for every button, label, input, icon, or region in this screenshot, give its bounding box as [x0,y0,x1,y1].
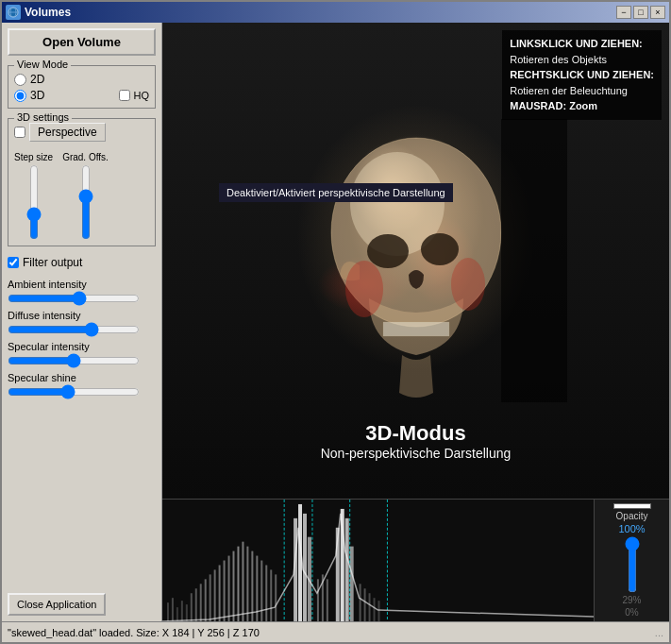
status-dots: ... [655,627,663,638]
svg-rect-12 [172,598,174,621]
svg-rect-20 [210,574,211,621]
opacity-label: Opacity [616,511,648,521]
svg-rect-50 [378,601,380,621]
main-window: Volumes − □ × Open Volume View Mode 2D 3… [0,0,671,644]
open-volume-button[interactable]: Open Volume [8,28,156,56]
viewport-label: 3D-Modus Non-perspektivische Darstellung [162,421,669,461]
radio-3d[interactable] [14,90,26,102]
svg-rect-14 [181,601,183,621]
svg-rect-18 [200,584,202,621]
left-panel: Open Volume View Mode 2D 3D HQ [2,23,162,621]
diffuse-row: Diffuse intensity [8,310,156,337]
svg-point-8 [451,258,485,311]
radio-2d[interactable] [14,74,26,86]
transfer-function-svg [162,500,594,621]
sliders-row: Step size Grad. Offs. [14,145,149,240]
svg-rect-49 [374,598,376,621]
svg-rect-17 [195,588,197,621]
instruction-line4: Rotieren der Beleuchtung [510,83,654,99]
maximize-button[interactable]: □ [633,6,648,19]
specular-slider[interactable] [8,353,140,368]
step-size-slider[interactable] [25,164,43,240]
diffuse-slider[interactable] [8,322,140,337]
radio-3d-row: 3D HQ [14,89,149,102]
instruction-line5: MAUSRAD: Zoom [510,98,654,114]
instruction-line2: Rotieren des Objekts [510,52,654,68]
opacity-slider[interactable] [623,536,642,593]
radio-2d-label: 2D [30,73,44,86]
svg-rect-46 [360,584,361,621]
view-mode-group: View Mode 2D 3D HQ [8,65,156,109]
svg-rect-34 [275,574,277,621]
diffuse-label: Diffuse intensity [8,310,156,321]
view-mode-label: View Mode [14,59,71,70]
svg-rect-31 [260,561,262,622]
specular-label: Specular intensity [8,341,156,352]
perspective-button[interactable]: Perspective [29,123,106,142]
svg-rect-27 [242,542,243,621]
svg-rect-23 [224,561,226,622]
svg-point-5 [367,234,409,268]
instruction-line1: LINKSKLICK UND ZIEHEN: [510,36,654,52]
svg-rect-25 [233,551,235,621]
viewport[interactable]: LINKSKLICK UND ZIEHEN: Rotieren des Obje… [162,23,669,499]
mode-sub: Non-perspektivische Darstellung [162,446,669,461]
status-text: "skewed_head.dat" loaded. Size: X 184 | … [8,627,260,638]
titlebar: Volumes − □ × [2,2,669,23]
svg-rect-44 [345,518,349,621]
svg-rect-13 [176,607,178,621]
step-size-label: Step size [14,152,53,162]
minimize-button[interactable]: − [616,6,631,19]
right-panel: LINKSKLICK UND ZIEHEN: Rotieren des Obje… [162,23,669,621]
hq-checkbox[interactable] [119,90,130,101]
hq-label: HQ [134,90,150,101]
statusbar: "skewed_head.dat" loaded. Size: X 184 | … [2,621,669,642]
close-application-button[interactable]: Close Application [8,593,106,616]
skull-svg [265,119,567,402]
svg-rect-47 [364,588,366,621]
svg-rect-26 [237,547,239,621]
grad-offs-col: Grad. Offs. [62,152,109,240]
svg-rect-9 [501,119,567,402]
grad-offs-slider[interactable] [76,164,95,240]
settings-3d-group: 3D settings Perspective Step size Grad. … [8,118,156,246]
svg-rect-41 [327,579,328,621]
transfer-canvas[interactable] [162,500,594,621]
opacity-100: 100% [618,523,645,534]
filter-output-row: Filter output [8,256,156,269]
transfer-panel: Opacity 100% 29% 0% [162,499,669,621]
opacity-29: 29% [622,595,641,605]
window-title: Volumes [25,6,616,19]
svg-point-6 [421,233,459,265]
close-window-button[interactable]: × [650,6,665,19]
perspective-checkbox[interactable] [14,127,25,138]
svg-rect-11 [167,602,169,621]
svg-rect-45 [350,547,354,621]
hq-row: HQ [119,90,150,101]
svg-rect-21 [214,569,216,621]
instruction-line3: RECHTSKLICK UND ZIEHEN: [510,67,654,83]
ambient-label: Ambient intensity [8,279,156,290]
mode-title: 3D-Modus [162,421,669,446]
svg-rect-29 [251,551,253,621]
radio-3d-label: 3D [30,89,44,102]
ambient-slider[interactable] [8,291,140,306]
opacity-panel: Opacity 100% 29% 0% [594,500,669,621]
radio-2d-row: 2D [14,73,149,86]
specular-shine-slider[interactable] [8,384,140,399]
filter-output-label: Filter output [23,256,82,269]
opacity-swatch [613,503,651,509]
main-content: Open Volume View Mode 2D 3D HQ [2,23,669,621]
specular-row: Specular intensity [8,341,156,368]
app-icon [6,5,21,20]
svg-rect-15 [186,604,188,621]
svg-rect-37 [303,514,307,621]
svg-rect-16 [191,593,193,621]
svg-rect-28 [246,547,248,621]
step-size-col: Step size [14,152,53,240]
svg-point-7 [345,261,383,317]
svg-rect-36 [298,504,302,621]
svg-rect-19 [205,579,207,621]
filter-output-checkbox[interactable] [8,257,19,268]
svg-rect-48 [369,593,371,621]
